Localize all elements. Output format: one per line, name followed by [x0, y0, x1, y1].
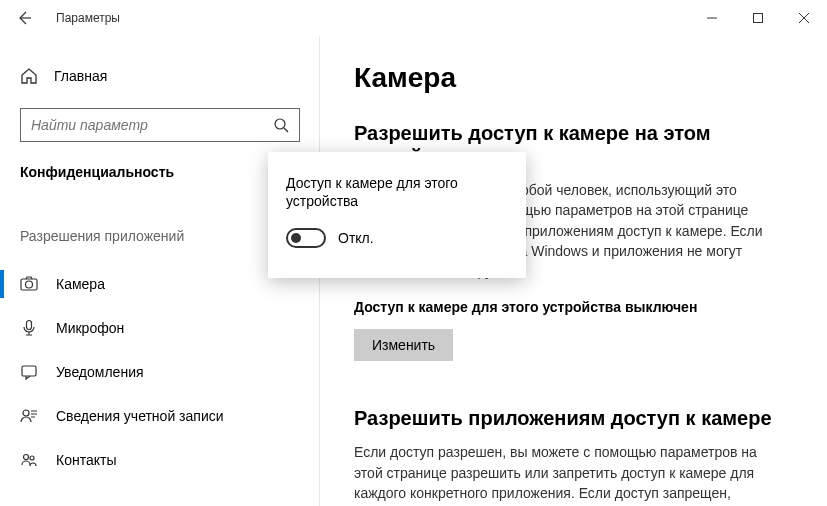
nav-label: Микрофон — [56, 320, 124, 336]
toggle-knob — [291, 233, 301, 243]
toggle-row: Откл. — [286, 228, 508, 248]
svg-point-6 — [23, 410, 29, 416]
search-input[interactable] — [31, 117, 273, 133]
window-controls — [689, 0, 827, 36]
notifications-icon — [20, 363, 38, 381]
nav-label: Контакты — [56, 452, 116, 468]
popup-title: Доступ к камере для этого устройства — [286, 174, 508, 210]
page-title: Камера — [354, 62, 787, 94]
camera-icon — [20, 275, 38, 293]
maximize-button[interactable] — [735, 0, 781, 36]
home-icon — [20, 67, 38, 85]
svg-point-3 — [26, 281, 33, 288]
minimize-icon — [707, 13, 717, 23]
svg-point-8 — [30, 456, 34, 460]
window-title: Параметры — [56, 11, 689, 25]
nav-label: Сведения учетной записи — [56, 408, 224, 424]
section-title: Конфиденциальность — [20, 164, 300, 180]
close-icon — [799, 13, 809, 23]
section2-body: Если доступ разрешен, вы можете с помощь… — [354, 442, 787, 506]
maximize-icon — [753, 13, 763, 23]
toggle-label: Откл. — [338, 230, 374, 246]
svg-rect-4 — [27, 321, 32, 330]
titlebar: Параметры — [0, 0, 827, 36]
nav-label: Камера — [56, 276, 105, 292]
microphone-icon — [20, 319, 38, 337]
change-button[interactable]: Изменить — [354, 329, 453, 361]
home-label: Главная — [54, 68, 107, 84]
section2-heading: Разрешить приложениям доступ к камере — [354, 407, 787, 430]
home-link[interactable]: Главная — [20, 56, 300, 96]
search-icon — [273, 117, 289, 133]
search-box[interactable] — [20, 108, 300, 142]
back-button[interactable] — [0, 0, 48, 36]
sidebar-item-contacts[interactable]: Контакты — [0, 438, 320, 482]
svg-point-1 — [275, 119, 285, 129]
svg-rect-5 — [22, 366, 36, 376]
sidebar-item-account-info[interactable]: Сведения учетной записи — [0, 394, 320, 438]
sidebar-item-notifications[interactable]: Уведомления — [0, 350, 320, 394]
minimize-button[interactable] — [689, 0, 735, 36]
svg-rect-0 — [754, 14, 763, 23]
arrow-left-icon — [16, 10, 32, 26]
camera-access-popup: Доступ к камере для этого устройства Отк… — [268, 152, 526, 278]
close-button[interactable] — [781, 0, 827, 36]
svg-point-7 — [24, 455, 29, 460]
contacts-icon — [20, 451, 38, 469]
nav-label: Уведомления — [56, 364, 144, 380]
camera-toggle[interactable] — [286, 228, 326, 248]
sidebar-item-microphone[interactable]: Микрофон — [0, 306, 320, 350]
nav-list: Камера Микрофон Уведомления Сведения уче… — [0, 262, 320, 482]
account-icon — [20, 407, 38, 425]
camera-status: Доступ к камере для этого устройства вык… — [354, 299, 787, 315]
